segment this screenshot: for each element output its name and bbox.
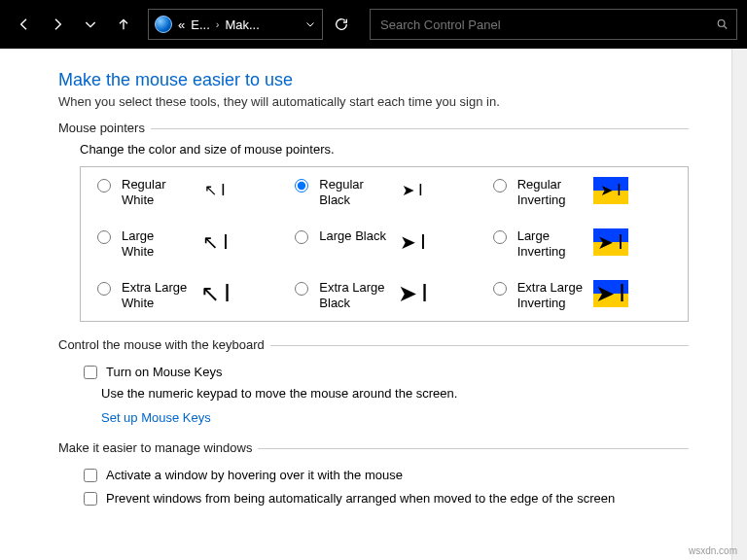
up-button[interactable] (109, 10, 138, 39)
svg-point-0 (718, 20, 725, 27)
vertical-scrollbar[interactable] (731, 49, 747, 560)
radio-large-black[interactable] (295, 230, 308, 244)
breadcrumb-part1[interactable]: E... (191, 18, 210, 32)
breadcrumb-part2[interactable]: Mak... (225, 18, 259, 32)
preview-xl-white: ↖Ⅰ (197, 280, 232, 307)
radio-xl-white[interactable] (97, 282, 111, 296)
mouse-keys-label: Turn on Mouse Keys (106, 365, 222, 379)
titlebar-nav: « E... › Mak... (0, 0, 747, 49)
prevent-arrange-row[interactable]: Prevent windows from being automatically… (80, 489, 689, 508)
radio-regular-black[interactable] (295, 179, 308, 192)
search-box[interactable] (370, 9, 737, 40)
setup-mouse-keys-link[interactable]: Set up Mouse Keys (101, 410, 689, 425)
page-title: Make the mouse easier to use (58, 70, 689, 90)
preview-large-white: ↖Ⅰ (197, 228, 232, 256)
refresh-button[interactable] (327, 10, 356, 39)
pointer-option-xl-white[interactable]: Extra Large White ↖Ⅰ (92, 280, 280, 310)
preview-large-black: ➤Ⅰ (395, 228, 430, 256)
chevron-down-icon[interactable] (304, 18, 316, 30)
manage-windows-group: Make it easier to manage windows Activat… (58, 448, 689, 526)
radio-xl-inverting[interactable] (493, 282, 507, 296)
mouse-pointers-desc: Change the color and size of mouse point… (80, 142, 689, 157)
control-panel-icon (155, 16, 172, 33)
pointer-option-xl-inverting[interactable]: Extra Large Inverting ➤Ⅰ (488, 280, 676, 310)
address-bar[interactable]: « E... › Mak... (148, 9, 323, 40)
preview-xl-black: ➤Ⅰ (395, 280, 430, 307)
pointer-option-xl-black[interactable]: Extra Large Black ➤Ⅰ (290, 280, 478, 310)
mouse-pointers-legend: Mouse pointers (58, 121, 151, 135)
preview-regular-white: ↖Ⅰ (197, 177, 232, 204)
mouse-keys-checkbox[interactable] (84, 366, 97, 379)
preview-xl-inverting: ➤Ⅰ (593, 280, 628, 307)
manage-windows-legend: Make it easier to manage windows (58, 440, 258, 455)
radio-large-white[interactable] (97, 230, 111, 244)
back-button[interactable] (10, 10, 39, 39)
content-area: Make the mouse easier to use When you se… (0, 49, 747, 526)
forward-button[interactable] (43, 10, 72, 39)
mouse-pointers-group: Mouse pointers Change the color and size… (58, 128, 689, 335)
keyboard-mouse-group: Control the mouse with the keyboard Turn… (58, 345, 689, 438)
prevent-arrange-label: Prevent windows from being automatically… (106, 491, 615, 506)
prevent-arrange-checkbox[interactable] (84, 492, 97, 506)
radio-regular-inverting[interactable] (493, 179, 507, 192)
pointer-option-regular-inverting[interactable]: Regular Inverting ➤Ⅰ (488, 177, 676, 207)
activate-hover-row[interactable]: Activate a window by hovering over it wi… (80, 466, 689, 485)
activate-hover-label: Activate a window by hovering over it wi… (106, 468, 403, 482)
pointer-option-regular-black[interactable]: Regular Black ➤Ⅰ (290, 177, 478, 207)
breadcrumb-sep: › (216, 18, 220, 30)
search-input[interactable] (378, 17, 716, 33)
preview-regular-black: ➤Ⅰ (395, 177, 430, 204)
radio-regular-white[interactable] (97, 179, 111, 192)
activate-hover-checkbox[interactable] (84, 469, 97, 482)
pointer-option-large-inverting[interactable]: Large Inverting ➤Ⅰ (488, 228, 676, 259)
watermark: wsxdn.com (689, 545, 737, 556)
preview-large-inverting: ➤Ⅰ (593, 228, 628, 256)
page-subtitle: When you select these tools, they will a… (58, 94, 689, 109)
recent-dropdown[interactable] (76, 10, 105, 39)
pointer-option-large-black[interactable]: Large Black ➤Ⅰ (290, 228, 478, 259)
breadcrumb-back: « (178, 18, 185, 32)
pointer-option-large-white[interactable]: Large White ↖Ⅰ (92, 228, 280, 259)
pointer-option-regular-white[interactable]: Regular White ↖Ⅰ (92, 177, 280, 207)
mouse-keys-desc: Use the numeric keypad to move the mouse… (101, 386, 689, 401)
radio-xl-black[interactable] (295, 282, 308, 296)
keyboard-mouse-legend: Control the mouse with the keyboard (58, 337, 270, 352)
preview-regular-inverting: ➤Ⅰ (593, 177, 628, 204)
mouse-keys-checkbox-row[interactable]: Turn on Mouse Keys (80, 363, 689, 382)
search-icon[interactable] (716, 18, 729, 31)
radio-large-inverting[interactable] (493, 230, 507, 244)
pointer-options-grid: Regular White ↖Ⅰ Regular Black ➤Ⅰ Regula… (80, 166, 689, 322)
